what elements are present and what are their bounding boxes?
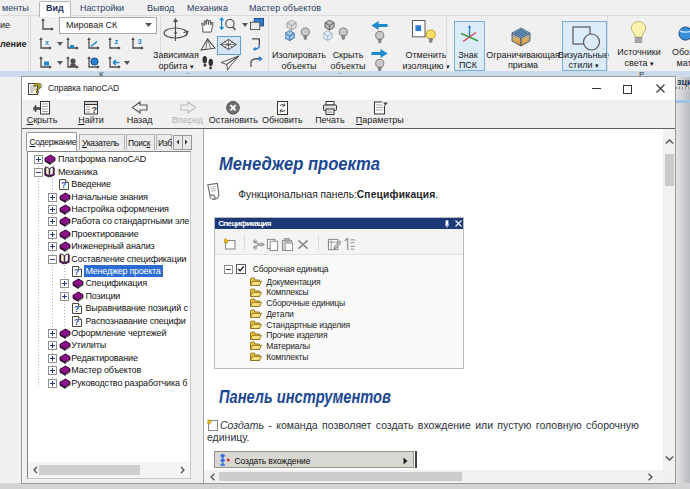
svg-text:?: ?	[61, 180, 66, 190]
svg-text:?: ?	[34, 80, 43, 96]
svg-text:?: ?	[92, 105, 98, 115]
svg-text:z: z	[115, 37, 119, 46]
svg-text:x: x	[45, 39, 49, 46]
svg-text:?: ?	[74, 316, 79, 326]
svg-text:?: ?	[74, 267, 79, 277]
svg-text:?: ?	[74, 304, 79, 314]
svg-text:3: 3	[138, 37, 142, 46]
